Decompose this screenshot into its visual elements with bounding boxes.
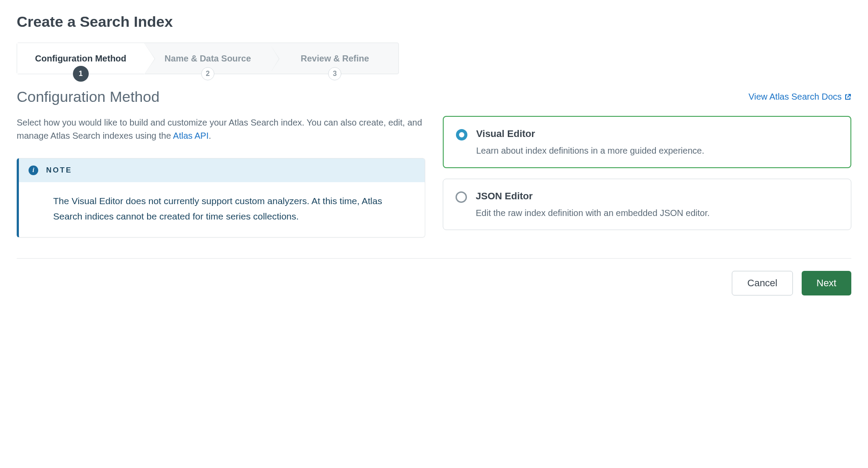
next-button[interactable]: Next bbox=[802, 271, 851, 295]
atlas-api-link[interactable]: Atlas API bbox=[173, 131, 209, 140]
radio-icon bbox=[456, 129, 467, 140]
docs-link-label: View Atlas Search Docs bbox=[749, 92, 842, 102]
option-visual-editor[interactable]: Visual Editor Learn about index definiti… bbox=[443, 116, 851, 168]
section-title: Configuration Method bbox=[17, 88, 159, 105]
option-desc: Edit the raw index definition with an em… bbox=[476, 208, 710, 218]
external-link-icon bbox=[844, 94, 851, 101]
note-callout: i NOTE The Visual Editor does not curren… bbox=[17, 158, 425, 238]
radio-icon bbox=[456, 191, 467, 203]
option-desc: Learn about index definitions in a more … bbox=[476, 146, 704, 156]
footer: Cancel Next bbox=[17, 258, 851, 295]
page-title: Create a Search Index bbox=[17, 13, 851, 30]
step-label: Review & Refine bbox=[301, 54, 369, 64]
step-label: Name & Data Source bbox=[165, 54, 251, 64]
note-body: The Visual Editor does not currently sup… bbox=[19, 182, 425, 237]
step-review-refine[interactable]: Review & Refine 3 bbox=[271, 43, 398, 74]
cancel-button[interactable]: Cancel bbox=[732, 271, 792, 295]
intro-text: Select how you would like to build and c… bbox=[17, 116, 425, 142]
info-icon: i bbox=[29, 166, 38, 175]
option-title: Visual Editor bbox=[476, 128, 704, 140]
step-badge: 2 bbox=[201, 67, 214, 80]
view-docs-link[interactable]: View Atlas Search Docs bbox=[749, 92, 851, 102]
step-badge: 1 bbox=[73, 66, 89, 82]
step-badge: 3 bbox=[328, 67, 341, 80]
option-title: JSON Editor bbox=[476, 191, 710, 202]
step-label: Configuration Method bbox=[35, 54, 127, 64]
option-json-editor[interactable]: JSON Editor Edit the raw index definitio… bbox=[443, 179, 851, 230]
step-name-data-source[interactable]: Name & Data Source 2 bbox=[144, 43, 271, 74]
step-configuration-method[interactable]: Configuration Method 1 bbox=[17, 43, 144, 74]
stepper: Configuration Method 1 Name & Data Sourc… bbox=[17, 43, 399, 74]
note-label: NOTE bbox=[46, 166, 72, 175]
